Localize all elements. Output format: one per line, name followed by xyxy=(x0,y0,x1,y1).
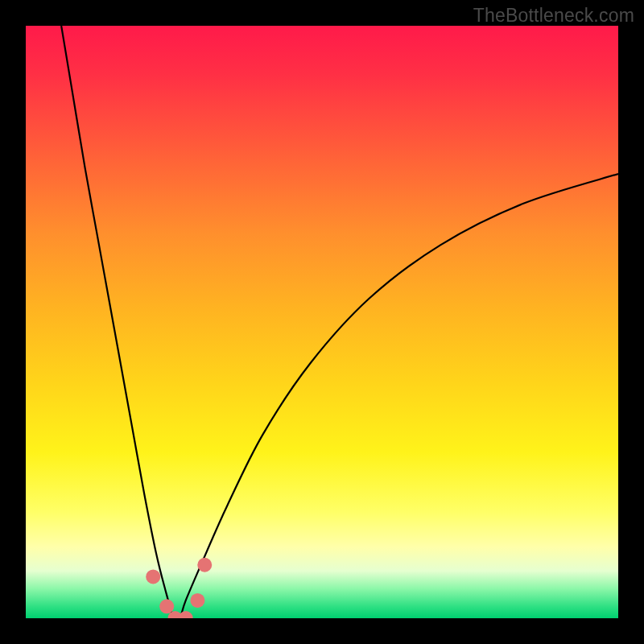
marker-bottom-2 xyxy=(179,611,193,618)
plot-area xyxy=(26,26,618,618)
bottleneck-curve xyxy=(61,26,618,618)
marker-left-low xyxy=(159,599,174,613)
watermark-text: TheBottleneck.com xyxy=(473,5,634,27)
curve-svg xyxy=(26,26,618,618)
chart-frame: TheBottleneck.com xyxy=(0,0,644,644)
marker-left-shoulder xyxy=(146,569,160,584)
marker-right-shoulder xyxy=(197,558,212,572)
marker-right-low xyxy=(190,593,204,608)
